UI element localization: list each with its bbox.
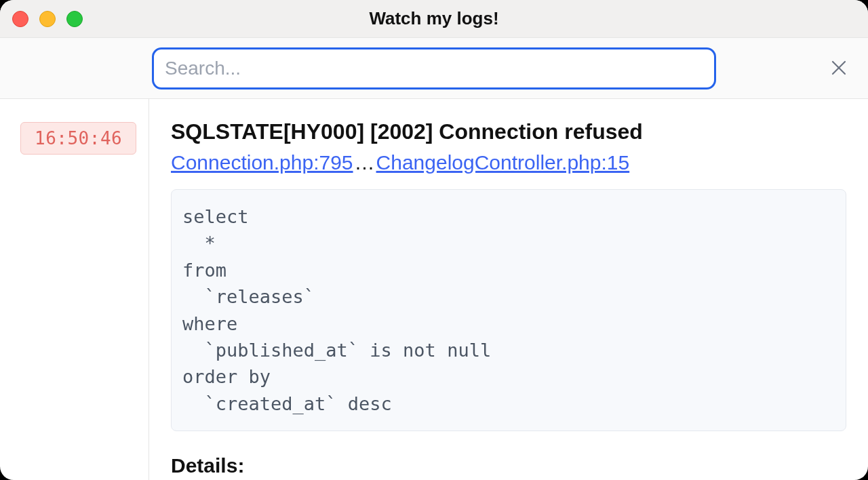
timestamp-badge: 16:50:46	[20, 122, 136, 155]
window-title: Watch my logs!	[369, 8, 498, 29]
titlebar: Watch my logs!	[0, 0, 868, 38]
content-area: 16:50:46 SQLSTATE[HY000] [2002] Connecti…	[0, 99, 868, 480]
error-title: SQLSTATE[HY000] [2002] Connection refuse…	[171, 119, 846, 144]
window-maximize-button[interactable]	[66, 11, 83, 27]
trace-separator: …	[353, 151, 376, 174]
stack-trace: Connection.php:795…ChangelogController.p…	[171, 151, 846, 174]
window-minimize-button[interactable]	[39, 11, 56, 27]
trace-link-2[interactable]: ChangelogController.php:15	[376, 151, 630, 174]
sql-code-block: select * from `releases` where `publishe…	[171, 189, 846, 431]
details-heading: Details:	[171, 454, 846, 477]
app-window: Watch my logs! 16:50:46 SQLSTATE[HY000] …	[0, 0, 868, 480]
log-entry: SQLSTATE[HY000] [2002] Connection refuse…	[149, 99, 868, 480]
timestamp-column: 16:50:46	[0, 99, 149, 480]
close-icon[interactable]	[826, 53, 852, 84]
search-input[interactable]	[152, 47, 716, 89]
search-bar	[0, 38, 868, 99]
window-close-button[interactable]	[12, 11, 28, 27]
window-controls	[12, 11, 83, 27]
trace-link-1[interactable]: Connection.php:795	[171, 151, 353, 174]
